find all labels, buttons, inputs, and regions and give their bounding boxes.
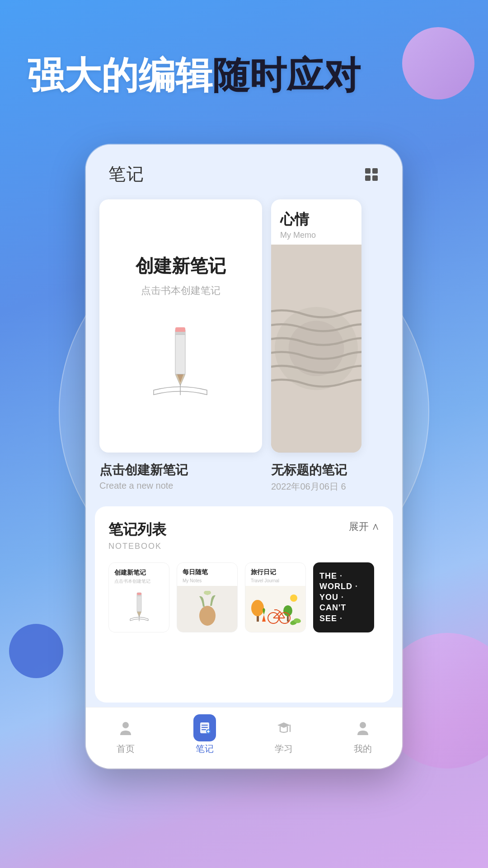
thumb3-title: 旅行日记 — [251, 568, 300, 576]
thumb3-subtitle: Travel Journal — [251, 578, 300, 583]
nav-item-notes[interactable]: 笔记 — [193, 717, 216, 755]
thumb1-subtitle: 点击书本创建笔记 — [114, 578, 164, 585]
svg-line-29 — [277, 610, 280, 612]
svg-point-34 — [122, 722, 129, 728]
svg-point-43 — [360, 722, 366, 728]
nav-label-notes: 笔记 — [196, 743, 214, 755]
thumb1-pencil — [128, 592, 150, 623]
app-header: 笔记 — [86, 145, 402, 195]
svg-rect-3 — [372, 175, 378, 181]
nav-label-profile: 我的 — [354, 743, 372, 755]
svg-rect-0 — [365, 168, 371, 174]
header-title-part1: 强大的编辑 — [27, 55, 212, 96]
secondary-note-subtitle: My Memo — [280, 231, 352, 240]
thumbnail-create[interactable]: 创建新笔记 点击书本创建笔记 — [108, 562, 169, 632]
thumb3-image — [245, 586, 305, 632]
notebook-list-header: 笔记列表 NOTEBOOK 展开 ∧ — [108, 520, 380, 551]
notebook-list-subtitle: NOTEBOOK — [108, 542, 166, 551]
nav-label-study: 学习 — [275, 743, 293, 755]
header-title-part2: 随时应对 — [212, 55, 361, 96]
knit-texture — [271, 245, 361, 453]
svg-rect-1 — [372, 168, 378, 174]
secondary-note-top: 心情 My Memo — [271, 199, 361, 245]
notes-icon — [193, 717, 216, 739]
thumb2-image — [177, 586, 237, 632]
nav-item-study[interactable]: 学习 — [272, 717, 295, 755]
thumbnails-row: 创建新笔记 点击书本创建笔记 — [108, 562, 380, 632]
thumbnail-daily[interactable]: 每日随笔 My Notes — [177, 562, 238, 632]
nav-item-home[interactable]: 首页 — [114, 717, 137, 755]
phone-mockup: 笔记 创建新笔记 点击书本创建笔记 — [86, 145, 402, 769]
thumb4-line1: THE · — [319, 571, 343, 581]
notebook-list-title: 笔记列表 — [108, 520, 166, 540]
thumbnail-world[interactable]: THE · WORLD · YOU · CAN'T SEE · — [313, 562, 374, 632]
thumb4-line4: CAN'T — [319, 603, 346, 613]
svg-point-33 — [290, 594, 297, 602]
notebooks-labels: 点击创建新笔记 Create a new note 无标题的笔记 2022年06… — [86, 462, 402, 502]
main-notebook-label: 点击创建新笔记 Create a new note — [99, 462, 262, 493]
thumb4-line5: SEE · — [319, 613, 343, 624]
main-notebook-card[interactable]: 创建新笔记 点击书本创建笔记 — [99, 199, 262, 453]
secondary-note-image — [271, 245, 361, 453]
phone-inner: 笔记 创建新笔记 点击书本创建笔记 — [86, 145, 402, 769]
main-notebook-title: 创建新笔记 — [136, 254, 226, 278]
study-icon — [272, 717, 295, 739]
grid-icon[interactable] — [363, 166, 380, 183]
nav-label-home: 首页 — [117, 743, 135, 755]
svg-rect-2 — [365, 175, 371, 181]
thumb2-title: 每日随笔 — [183, 568, 232, 576]
app-title: 笔记 — [108, 163, 145, 186]
home-icon — [114, 717, 137, 739]
thumb4-line2: WORLD · — [319, 581, 358, 592]
thumb1-title: 创建新笔记 — [114, 568, 164, 576]
thumb4-line3: YOU · — [319, 592, 344, 603]
svg-rect-8 — [175, 332, 185, 335]
thumb2-content: 每日随笔 My Notes — [177, 563, 237, 586]
secondary-label-subtitle: 2022年06月06日 6 — [271, 481, 361, 493]
svg-point-23 — [283, 605, 292, 616]
thumb3-content: 旅行日记 Travel Journal — [245, 563, 305, 586]
svg-point-18 — [199, 606, 216, 626]
svg-rect-16 — [137, 595, 141, 596]
profile-icon — [352, 717, 374, 739]
notebook-list-section: 笔记列表 NOTEBOOK 展开 ∧ 创建新笔记 点击书本创建笔记 — [95, 506, 393, 703]
main-label-title: 点击创建新笔记 — [99, 462, 262, 479]
bottom-nav: 首页 — [86, 707, 402, 769]
secondary-notebook-label: 无标题的笔记 2022年06月06日 6 — [271, 462, 361, 493]
notebook-list-title-group: 笔记列表 NOTEBOOK — [108, 520, 166, 551]
svg-point-19 — [204, 591, 211, 595]
bg-circle-bottom-left — [9, 624, 63, 678]
secondary-label-title: 无标题的笔记 — [271, 462, 361, 479]
pencil-illustration — [149, 325, 212, 399]
secondary-note-title: 心情 — [280, 211, 352, 228]
svg-point-21 — [251, 600, 264, 616]
nav-item-profile[interactable]: 我的 — [352, 717, 374, 755]
main-label-subtitle: Create a new note — [99, 481, 262, 491]
secondary-notebook-card[interactable]: 心情 My Memo — [271, 199, 361, 453]
thumb2-subtitle: My Notes — [183, 578, 232, 583]
header-title: 强大的编辑随时应对 — [27, 54, 461, 97]
notebook-list-toggle[interactable]: 展开 ∧ — [349, 520, 380, 533]
main-notebook-subtitle: 点击书本创建笔记 — [141, 284, 221, 297]
svg-rect-4 — [175, 329, 185, 374]
svg-rect-15 — [137, 593, 141, 595]
notebooks-scroll: 创建新笔记 点击书本创建笔记 — [86, 195, 402, 462]
thumbnail-travel[interactable]: 旅行日记 Travel Journal — [245, 562, 306, 632]
